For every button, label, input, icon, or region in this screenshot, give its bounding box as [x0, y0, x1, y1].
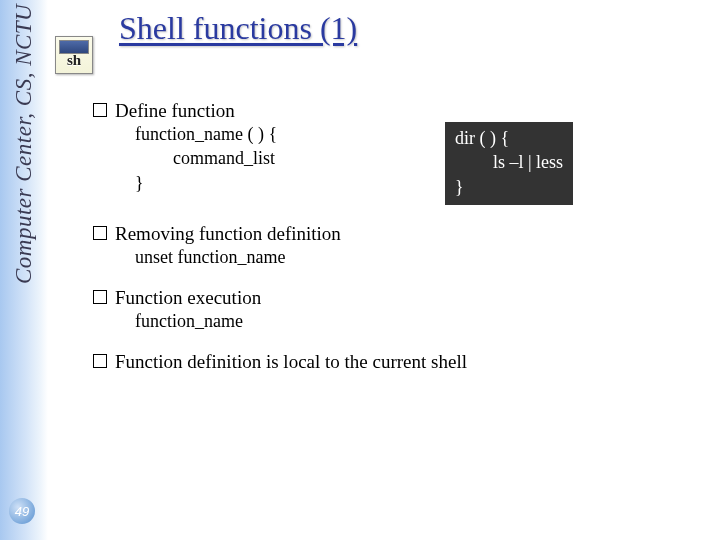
exec-sub: function_name [135, 309, 720, 333]
bullet-checkbox-icon [93, 290, 107, 304]
item-define-function: Define function function_name ( ) { comm… [93, 100, 720, 205]
page-number-badge: 49 [9, 498, 35, 524]
define-example-box: dir ( ) { ls –l | less } [445, 122, 573, 205]
bullet-checkbox-icon [93, 103, 107, 117]
example-line-1: dir ( ) { [455, 126, 563, 150]
bullet-checkbox-icon [93, 226, 107, 240]
item-scope: Function definition is local to the curr… [93, 351, 720, 373]
item-remove-function: Removing function definition unset funct… [93, 223, 720, 269]
shell-icon: sh [55, 36, 93, 74]
heading-exec: Function execution [115, 287, 261, 309]
remove-sub: unset function_name [135, 245, 720, 269]
example-line-2: ls –l | less [455, 150, 563, 174]
sidebar-organization-label: Computer Center, CS, NCTU [0, 0, 48, 358]
bullet-checkbox-icon [93, 354, 107, 368]
item-exec-function: Function execution function_name [93, 287, 720, 333]
heading-remove: Removing function definition [115, 223, 341, 245]
slide-content: sh Shell functions (1) Define function f… [55, 0, 720, 391]
syntax-line-3: } [135, 171, 385, 195]
syntax-line-2: command_list [135, 146, 385, 170]
shell-icon-label: sh [56, 52, 92, 69]
heading-scope: Function definition is local to the curr… [115, 351, 467, 373]
define-syntax: function_name ( ) { command_list } [135, 122, 385, 195]
example-line-3: } [455, 175, 563, 199]
slide-title: Shell functions (1) [101, 6, 357, 47]
syntax-line-1: function_name ( ) { [135, 122, 385, 146]
heading-define: Define function [115, 100, 235, 122]
